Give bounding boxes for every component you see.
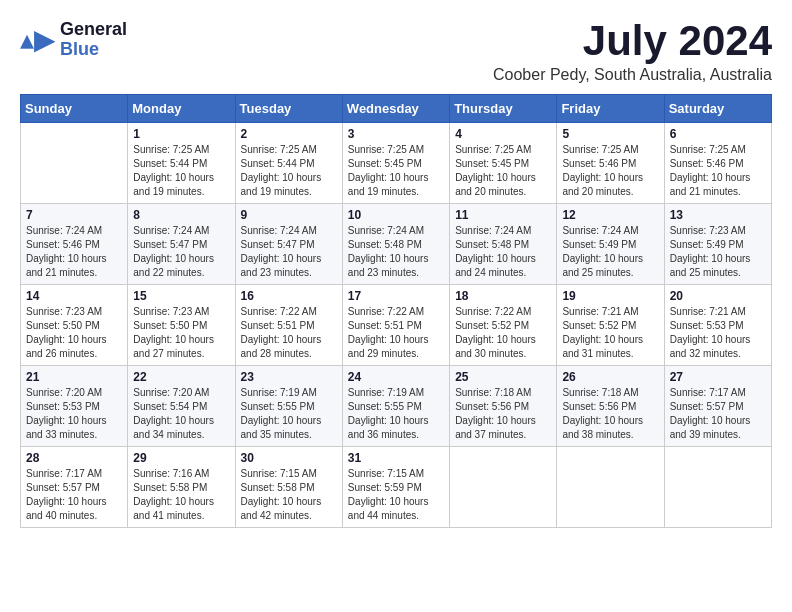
day-number: 4 [455, 127, 551, 141]
logo-general: General [60, 20, 127, 40]
table-row: 13 Sunrise: 7:23 AMSunset: 5:49 PMDaylig… [664, 204, 771, 285]
day-info: Sunrise: 7:23 AMSunset: 5:50 PMDaylight:… [26, 306, 107, 359]
day-number: 16 [241, 289, 337, 303]
table-row: 4 Sunrise: 7:25 AMSunset: 5:45 PMDayligh… [450, 123, 557, 204]
day-number: 30 [241, 451, 337, 465]
logo-blue: Blue [60, 40, 127, 60]
day-number: 7 [26, 208, 122, 222]
table-row: 21 Sunrise: 7:20 AMSunset: 5:53 PMDaylig… [21, 366, 128, 447]
day-info: Sunrise: 7:25 AMSunset: 5:45 PMDaylight:… [455, 144, 536, 197]
day-number: 12 [562, 208, 658, 222]
day-number: 23 [241, 370, 337, 384]
table-row: 11 Sunrise: 7:24 AMSunset: 5:48 PMDaylig… [450, 204, 557, 285]
day-number: 14 [26, 289, 122, 303]
table-row [21, 123, 128, 204]
table-row: 5 Sunrise: 7:25 AMSunset: 5:46 PMDayligh… [557, 123, 664, 204]
table-row: 10 Sunrise: 7:24 AMSunset: 5:48 PMDaylig… [342, 204, 449, 285]
day-number: 13 [670, 208, 766, 222]
table-row [450, 447, 557, 528]
day-info: Sunrise: 7:19 AMSunset: 5:55 PMDaylight:… [241, 387, 322, 440]
header-monday: Monday [128, 95, 235, 123]
day-info: Sunrise: 7:16 AMSunset: 5:58 PMDaylight:… [133, 468, 214, 521]
day-number: 9 [241, 208, 337, 222]
day-info: Sunrise: 7:15 AMSunset: 5:58 PMDaylight:… [241, 468, 322, 521]
calendar-week-row: 14 Sunrise: 7:23 AMSunset: 5:50 PMDaylig… [21, 285, 772, 366]
day-info: Sunrise: 7:25 AMSunset: 5:44 PMDaylight:… [133, 144, 214, 197]
table-row: 15 Sunrise: 7:23 AMSunset: 5:50 PMDaylig… [128, 285, 235, 366]
calendar-week-row: 28 Sunrise: 7:17 AMSunset: 5:57 PMDaylig… [21, 447, 772, 528]
table-row: 3 Sunrise: 7:25 AMSunset: 5:45 PMDayligh… [342, 123, 449, 204]
day-number: 18 [455, 289, 551, 303]
day-info: Sunrise: 7:24 AMSunset: 5:47 PMDaylight:… [241, 225, 322, 278]
table-row: 29 Sunrise: 7:16 AMSunset: 5:58 PMDaylig… [128, 447, 235, 528]
day-number: 19 [562, 289, 658, 303]
day-number: 1 [133, 127, 229, 141]
table-row: 22 Sunrise: 7:20 AMSunset: 5:54 PMDaylig… [128, 366, 235, 447]
day-info: Sunrise: 7:15 AMSunset: 5:59 PMDaylight:… [348, 468, 429, 521]
title-section: July 2024 Coober Pedy, South Australia, … [493, 20, 772, 84]
day-info: Sunrise: 7:20 AMSunset: 5:54 PMDaylight:… [133, 387, 214, 440]
table-row: 7 Sunrise: 7:24 AMSunset: 5:46 PMDayligh… [21, 204, 128, 285]
page-header: ▴▶ General Blue July 2024 Coober Pedy, S… [20, 20, 772, 84]
table-row: 28 Sunrise: 7:17 AMSunset: 5:57 PMDaylig… [21, 447, 128, 528]
header-tuesday: Tuesday [235, 95, 342, 123]
location-title: Coober Pedy, South Australia, Australia [493, 66, 772, 84]
day-number: 26 [562, 370, 658, 384]
day-number: 15 [133, 289, 229, 303]
day-number: 8 [133, 208, 229, 222]
logo-icon: ▴▶ [20, 23, 56, 56]
day-info: Sunrise: 7:24 AMSunset: 5:46 PMDaylight:… [26, 225, 107, 278]
table-row: 20 Sunrise: 7:21 AMSunset: 5:53 PMDaylig… [664, 285, 771, 366]
header-sunday: Sunday [21, 95, 128, 123]
table-row: 9 Sunrise: 7:24 AMSunset: 5:47 PMDayligh… [235, 204, 342, 285]
day-info: Sunrise: 7:22 AMSunset: 5:52 PMDaylight:… [455, 306, 536, 359]
day-info: Sunrise: 7:20 AMSunset: 5:53 PMDaylight:… [26, 387, 107, 440]
day-number: 29 [133, 451, 229, 465]
table-row: 23 Sunrise: 7:19 AMSunset: 5:55 PMDaylig… [235, 366, 342, 447]
day-info: Sunrise: 7:25 AMSunset: 5:46 PMDaylight:… [562, 144, 643, 197]
table-row: 2 Sunrise: 7:25 AMSunset: 5:44 PMDayligh… [235, 123, 342, 204]
table-row [664, 447, 771, 528]
day-number: 24 [348, 370, 444, 384]
table-row: 30 Sunrise: 7:15 AMSunset: 5:58 PMDaylig… [235, 447, 342, 528]
day-number: 3 [348, 127, 444, 141]
day-number: 17 [348, 289, 444, 303]
day-info: Sunrise: 7:24 AMSunset: 5:48 PMDaylight:… [455, 225, 536, 278]
day-info: Sunrise: 7:22 AMSunset: 5:51 PMDaylight:… [241, 306, 322, 359]
table-row [557, 447, 664, 528]
day-info: Sunrise: 7:23 AMSunset: 5:49 PMDaylight:… [670, 225, 751, 278]
day-number: 31 [348, 451, 444, 465]
table-row: 26 Sunrise: 7:18 AMSunset: 5:56 PMDaylig… [557, 366, 664, 447]
day-info: Sunrise: 7:17 AMSunset: 5:57 PMDaylight:… [26, 468, 107, 521]
calendar-week-row: 7 Sunrise: 7:24 AMSunset: 5:46 PMDayligh… [21, 204, 772, 285]
calendar-week-row: 1 Sunrise: 7:25 AMSunset: 5:44 PMDayligh… [21, 123, 772, 204]
table-row: 18 Sunrise: 7:22 AMSunset: 5:52 PMDaylig… [450, 285, 557, 366]
table-row: 14 Sunrise: 7:23 AMSunset: 5:50 PMDaylig… [21, 285, 128, 366]
day-number: 25 [455, 370, 551, 384]
day-number: 11 [455, 208, 551, 222]
header-saturday: Saturday [664, 95, 771, 123]
table-row: 27 Sunrise: 7:17 AMSunset: 5:57 PMDaylig… [664, 366, 771, 447]
table-row: 6 Sunrise: 7:25 AMSunset: 5:46 PMDayligh… [664, 123, 771, 204]
day-number: 20 [670, 289, 766, 303]
day-info: Sunrise: 7:19 AMSunset: 5:55 PMDaylight:… [348, 387, 429, 440]
table-row: 24 Sunrise: 7:19 AMSunset: 5:55 PMDaylig… [342, 366, 449, 447]
day-number: 27 [670, 370, 766, 384]
table-row: 16 Sunrise: 7:22 AMSunset: 5:51 PMDaylig… [235, 285, 342, 366]
table-row: 25 Sunrise: 7:18 AMSunset: 5:56 PMDaylig… [450, 366, 557, 447]
day-info: Sunrise: 7:24 AMSunset: 5:48 PMDaylight:… [348, 225, 429, 278]
day-info: Sunrise: 7:22 AMSunset: 5:51 PMDaylight:… [348, 306, 429, 359]
logo-text: General Blue [60, 20, 127, 60]
day-info: Sunrise: 7:24 AMSunset: 5:47 PMDaylight:… [133, 225, 214, 278]
logo: ▴▶ General Blue [20, 20, 127, 60]
header-wednesday: Wednesday [342, 95, 449, 123]
table-row: 19 Sunrise: 7:21 AMSunset: 5:52 PMDaylig… [557, 285, 664, 366]
day-info: Sunrise: 7:21 AMSunset: 5:53 PMDaylight:… [670, 306, 751, 359]
day-number: 5 [562, 127, 658, 141]
day-info: Sunrise: 7:23 AMSunset: 5:50 PMDaylight:… [133, 306, 214, 359]
table-row: 1 Sunrise: 7:25 AMSunset: 5:44 PMDayligh… [128, 123, 235, 204]
day-info: Sunrise: 7:24 AMSunset: 5:49 PMDaylight:… [562, 225, 643, 278]
calendar-table: Sunday Monday Tuesday Wednesday Thursday… [20, 94, 772, 528]
day-number: 21 [26, 370, 122, 384]
day-info: Sunrise: 7:21 AMSunset: 5:52 PMDaylight:… [562, 306, 643, 359]
